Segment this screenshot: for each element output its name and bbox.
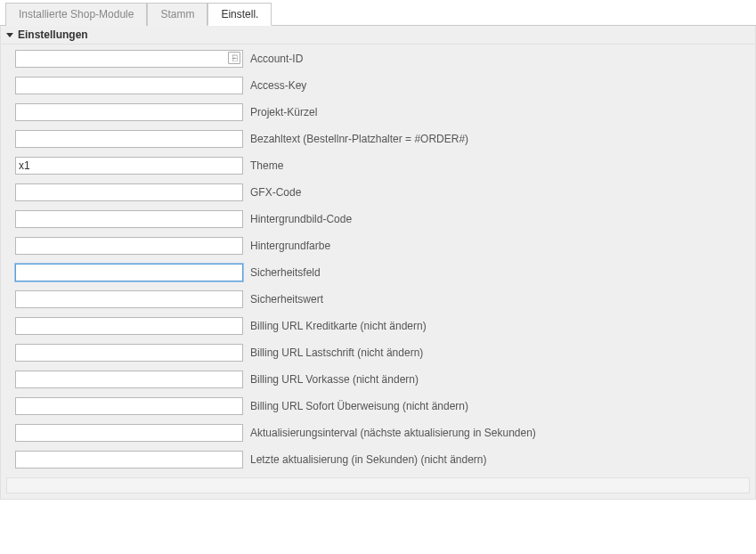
sicherheitswert-label: Sicherheitswert (250, 293, 323, 306)
fields-container: ⍇ Account-ID Access-Key Projekt-Kürzel B… (1, 45, 755, 468)
field-row: Sicherheitswert (15, 290, 750, 308)
field-row: Billing URL Vorkasse (nicht ändern) (15, 371, 750, 388)
field-row: Bezahltext (Bestellnr-Platzhalter = #ORD… (15, 130, 750, 148)
field-row: Letzte aktualisierung (in Sekunden) (nic… (15, 451, 750, 468)
gfx-code-input[interactable] (15, 183, 243, 201)
field-row: Projekt-Kürzel (15, 103, 750, 121)
account-id-input[interactable] (15, 50, 243, 68)
field-row: ⍇ Account-ID (15, 50, 750, 68)
bezahltext-input[interactable] (15, 130, 243, 148)
settings-panel: Einstellungen ⍇ Account-ID Access-Key Pr… (0, 26, 756, 500)
billing-url-kreditkarte-label: Billing URL Kreditkarte (nicht ändern) (250, 320, 427, 332)
field-row: Billing URL Sofort Überweisung (nicht än… (15, 397, 750, 415)
billing-url-sofort-input[interactable] (15, 397, 243, 415)
aktualisierungsinterval-input[interactable] (15, 424, 243, 442)
projekt-kuerzel-input[interactable] (15, 103, 243, 121)
field-row: Hintergrundfarbe (15, 237, 750, 255)
tab-bar: Installierte Shop-Module Stamm Einstell. (0, 0, 756, 26)
tab-stamm[interactable]: Stamm (147, 3, 207, 26)
theme-label: Theme (250, 159, 283, 172)
letzte-aktualisierung-input[interactable] (15, 451, 243, 468)
field-row: Billing URL Kreditkarte (nicht ändern) (15, 317, 750, 335)
projekt-kuerzel-label: Projekt-Kürzel (250, 106, 317, 118)
gfx-code-label: GFX-Code (250, 186, 301, 199)
save-icon[interactable]: ⍇ (228, 52, 240, 64)
bottom-bar (6, 477, 750, 493)
panel-header[interactable]: Einstellungen (1, 26, 755, 45)
tab-installierte-shop-module[interactable]: Installierte Shop-Module (5, 3, 147, 26)
billing-url-lastschrift-input[interactable] (15, 344, 243, 362)
field-row: Sicherheitsfeld (15, 264, 750, 281)
panel-title: Einstellungen (18, 29, 88, 41)
account-id-input-wrap: ⍇ (15, 50, 243, 68)
sicherheitswert-input[interactable] (15, 290, 243, 308)
sicherheitsfeld-label: Sicherheitsfeld (250, 266, 321, 279)
sicherheitsfeld-input[interactable] (15, 264, 243, 281)
access-key-input[interactable] (15, 77, 243, 94)
aktualisierungsinterval-label: Aktualisierungsinterval (nächste aktuali… (250, 427, 536, 439)
field-row: Aktualisierungsinterval (nächste aktuali… (15, 424, 750, 442)
account-id-label: Account-ID (250, 53, 303, 65)
bezahltext-label: Bezahltext (Bestellnr-Platzhalter = #ORD… (250, 133, 468, 145)
letzte-aktualisierung-label: Letzte aktualisierung (in Sekunden) (nic… (250, 453, 487, 466)
field-row: GFX-Code (15, 183, 750, 201)
billing-url-kreditkarte-input[interactable] (15, 317, 243, 335)
field-row: Hintergrundbild-Code (15, 210, 750, 228)
access-key-label: Access-Key (250, 79, 306, 92)
billing-url-vorkasse-input[interactable] (15, 371, 243, 388)
field-row: Theme (15, 157, 750, 175)
billing-url-lastschrift-label: Billing URL Lastschrift (nicht ändern) (250, 346, 423, 359)
hintergrundfarbe-input[interactable] (15, 237, 243, 255)
tab-einstell[interactable]: Einstell. (207, 3, 272, 26)
hintergrundbild-code-input[interactable] (15, 210, 243, 228)
theme-input[interactable] (15, 157, 243, 175)
chevron-down-icon (6, 33, 13, 37)
field-row: Billing URL Lastschrift (nicht ändern) (15, 344, 750, 362)
field-row: Access-Key (15, 77, 750, 94)
hintergrundfarbe-label: Hintergrundfarbe (250, 240, 330, 252)
hintergrundbild-code-label: Hintergrundbild-Code (250, 213, 352, 225)
billing-url-sofort-label: Billing URL Sofort Überweisung (nicht än… (250, 400, 468, 412)
billing-url-vorkasse-label: Billing URL Vorkasse (nicht ändern) (250, 373, 419, 386)
